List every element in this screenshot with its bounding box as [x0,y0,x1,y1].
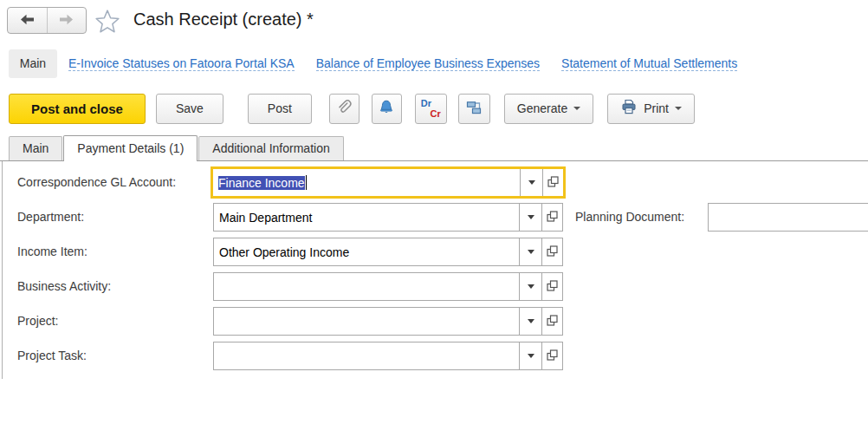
chevron-down-icon [528,354,534,358]
department-input[interactable]: Main Department [214,204,519,231]
correspondence-gl-account-label: Correspondence GL Account: [17,168,176,197]
back-button[interactable] [8,8,47,33]
open-button[interactable] [541,273,562,300]
section-link-bar: Main E-Invoice Statuses on Fatoora Porta… [0,49,868,78]
save-button[interactable]: Save [156,94,223,124]
selected-text: Finance Income [218,176,305,190]
dropdown-button[interactable] [520,169,542,196]
dr-cr-postings-button[interactable]: Dr Cr [415,94,447,124]
generate-label: Generate [517,101,567,115]
tab-payment-details[interactable]: Payment Details (1) [63,135,198,161]
business-activity-label: Business Activity: [17,272,111,301]
forward-arrow-icon [58,14,74,28]
open-button[interactable] [541,308,562,335]
open-in-new-icon [547,349,558,364]
cash-receipt-window: Cash Receipt (create) * Main E-Invoice S… [0,0,868,424]
bell-icon [378,99,395,119]
print-label: Print [644,101,669,115]
dr-label: Dr [416,98,446,108]
chevron-down-icon [675,107,682,110]
open-in-new-icon [547,314,558,329]
cr-label: Cr [416,108,446,119]
link-einvoice-statuses[interactable]: E-Invoice Statuses on Fatoora Portal KSA [68,56,295,71]
income-item-field[interactable]: Other Operating Income [213,238,563,266]
attachments-button[interactable] [329,94,360,124]
post-and-close-button[interactable]: Post and close [9,94,146,124]
chevron-down-icon [528,284,534,289]
project-task-field[interactable] [213,342,563,370]
planning-document-label: Planning Document: [575,203,684,232]
toolbar: Post and close Save Post Dr Cr Generate [9,93,695,124]
field-row: Business Activity: [3,272,868,301]
related-documents-button[interactable] [458,94,490,124]
planning-document-field[interactable] [708,203,868,232]
field-row: Correspondence GL Account: Finance Incom… [3,168,868,197]
page-title: Cash Receipt (create) * [133,10,314,29]
project-field[interactable] [213,307,563,336]
link-statement-mutual-settlements[interactable]: Statement of Mutual Settlements [561,56,737,71]
history-nav-group [7,7,87,34]
form-tab-bar: Main Payment Details (1) Additional Info… [0,135,868,161]
business-activity-field[interactable] [213,272,563,301]
open-button[interactable] [541,204,562,231]
reminder-button[interactable] [372,94,402,124]
department-field[interactable]: Main Department [213,203,563,232]
department-label: Department: [17,203,84,232]
open-button[interactable] [541,342,562,369]
project-label: Project: [17,307,58,336]
field-row: Department: Main Department Planning Doc… [3,203,868,232]
dropdown-button[interactable] [519,238,541,265]
open-button[interactable] [542,169,563,196]
chevron-down-icon [528,180,535,185]
dropdown-button[interactable] [519,342,541,369]
favorite-star-icon[interactable] [94,8,120,34]
section-main[interactable]: Main [9,49,57,78]
chevron-down-icon [528,250,534,254]
tab-main[interactable]: Main [9,136,62,160]
project-input[interactable] [214,308,519,335]
printer-icon [620,99,638,118]
text-cursor [306,175,307,190]
correspondence-gl-account-field[interactable]: Finance Income [211,166,566,199]
business-activity-input[interactable] [214,273,519,300]
open-in-new-icon [547,175,559,191]
back-arrow-icon [19,14,36,28]
forward-button[interactable] [48,8,87,33]
field-row: Project Task: [3,342,868,370]
correspondence-gl-account-input[interactable]: Finance Income [213,169,520,196]
payment-details-panel: Correspondence GL Account: Finance Incom… [2,161,868,379]
dropdown-button[interactable] [519,308,541,335]
field-row: Income Item: Other Operating Income [3,238,868,266]
income-item-label: Income Item: [17,238,87,266]
chevron-down-icon [528,319,534,323]
open-in-new-icon [547,279,558,295]
dropdown-button[interactable] [519,204,541,231]
open-button[interactable] [541,238,562,265]
print-button[interactable]: Print [607,94,695,124]
field-row: Project: [3,307,868,336]
project-task-label: Project Task: [17,342,87,370]
open-in-new-icon [547,245,558,260]
project-task-input[interactable] [214,342,519,369]
generate-button[interactable]: Generate [504,94,593,124]
chevron-down-icon [528,215,534,219]
income-item-input[interactable]: Other Operating Income [214,238,519,265]
link-balance-employee-expenses[interactable]: Balance of Employee Business Expenses [316,56,540,71]
related-documents-icon [465,99,483,119]
paperclip-icon [334,98,353,120]
tab-additional-information[interactable]: Additional Information [198,136,343,160]
post-button[interactable]: Post [248,94,312,124]
open-in-new-icon [547,210,558,225]
dropdown-button[interactable] [519,273,541,300]
chevron-down-icon [573,107,580,110]
